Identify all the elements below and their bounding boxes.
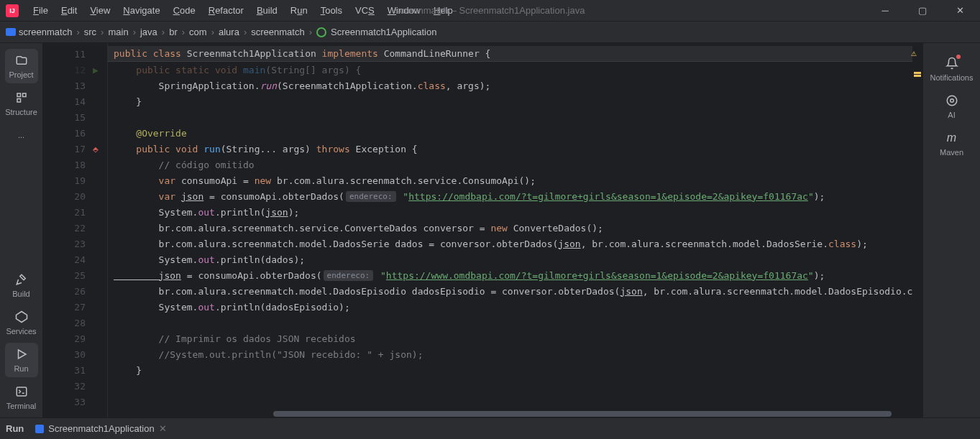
code-line <box>108 315 922 331</box>
line-num: 13 <box>43 78 107 93</box>
line-num: 11 <box>43 46 107 62</box>
line-num: 14 <box>43 93 107 109</box>
menu-file[interactable]: File <box>27 2 54 19</box>
sidebar-notifications[interactable]: Notifications <box>923 50 980 88</box>
code-line: } <box>108 93 922 109</box>
code-area[interactable]: ⚠ public class Screenmatch1Application i… <box>108 43 922 417</box>
line-num: 22 <box>43 220 107 236</box>
crumb-pkg[interactable]: screenmatch <box>251 27 304 37</box>
menu-vcs[interactable]: VCS <box>349 2 380 19</box>
svg-marker-4 <box>18 350 26 359</box>
line-num: 12▶ <box>43 62 107 78</box>
code-line: // código omitido <box>108 157 922 172</box>
menu-refactor[interactable]: Refactor <box>203 2 249 19</box>
h-scrollbar[interactable] <box>173 410 912 417</box>
crumb-alura[interactable]: alura <box>219 27 239 37</box>
menu-code[interactable]: Code <box>168 2 201 19</box>
code-line: br.com.alura.screenmatch.service.Convert… <box>108 220 922 236</box>
crumb-com[interactable]: com <box>189 27 207 37</box>
warning-icon[interactable]: ⚠ <box>911 47 917 58</box>
sidebar-label: AI <box>948 111 955 119</box>
crumb-sep: › <box>133 27 136 37</box>
scroll-strip[interactable] <box>912 43 922 417</box>
code-line <box>108 109 922 125</box>
sidebar-ai[interactable]: AI <box>923 88 980 125</box>
sidebar-services[interactable]: Services <box>5 305 38 340</box>
crumb-main[interactable]: main <box>108 27 128 37</box>
menu-tools[interactable]: Tools <box>315 2 348 19</box>
maximize-button[interactable]: ▢ <box>908 1 937 21</box>
sidebar-project[interactable]: Project <box>5 49 38 83</box>
editor-area[interactable]: 11 12▶ 13 14 15 16 17⬘ 18 19 20 21 22 23… <box>43 43 922 417</box>
play-icon <box>14 347 29 361</box>
override-gutter-icon[interactable]: ⬘ <box>93 144 103 154</box>
svg-point-7 <box>950 99 953 103</box>
app-icon: IJ <box>6 4 19 17</box>
code-line: br.com.alura.screenmatch.model.DadosEpis… <box>108 283 922 299</box>
svg-rect-1 <box>22 93 26 97</box>
close-button[interactable]: ✕ <box>945 1 974 21</box>
ai-icon <box>945 93 959 108</box>
window-title: screenmatch – Screenmatch1Application.ja… <box>395 5 585 16</box>
line-num: 20 <box>43 188 107 204</box>
sidebar-more[interactable]: ... <box>5 124 38 147</box>
menu-bar: File Edit View Navigate Code Refactor Bu… <box>27 2 459 19</box>
code-line: //System.out.println("JSON recebido: " +… <box>108 346 922 362</box>
scroll-mark[interactable] <box>914 72 921 74</box>
scroll-mark[interactable] <box>914 75 921 77</box>
bell-icon <box>945 56 959 70</box>
svg-rect-5 <box>17 387 27 396</box>
code-line: System.out.println(dados); <box>108 251 922 267</box>
bottom-tab[interactable]: Screenmatch1Application ✕ <box>35 423 166 434</box>
crumb-class[interactable]: Screenmatch1Application <box>316 27 436 37</box>
crumb-java[interactable]: java <box>140 27 157 37</box>
crumb-sep: › <box>76 27 79 37</box>
crumb-label: screenmatch <box>19 27 72 37</box>
terminal-icon <box>14 384 29 399</box>
h-scroll-thumb[interactable] <box>273 411 892 417</box>
svg-rect-0 <box>17 93 21 97</box>
gutter: 11 12▶ 13 14 15 16 17⬘ 18 19 20 21 22 23… <box>43 43 108 417</box>
sidebar-label: Build <box>12 290 29 298</box>
num: 12 <box>74 65 86 75</box>
line-num: 16 <box>43 125 107 141</box>
crumb-sep: › <box>101 27 104 37</box>
menu-build[interactable]: Build <box>251 2 283 19</box>
menu-view[interactable]: View <box>84 2 116 19</box>
line-num: 19 <box>43 172 107 188</box>
left-sidebar: Project Structure ... Build Services <box>0 43 43 417</box>
inlay-hint: endereco: <box>346 191 396 202</box>
code-line: // Imprimir os dados JSON recebidos <box>108 331 922 346</box>
sidebar-maven[interactable]: m Maven <box>923 125 980 162</box>
line-num: 28 <box>43 315 107 331</box>
run-gutter-icon[interactable]: ▶ <box>93 65 103 75</box>
menu-run[interactable]: Run <box>285 2 313 19</box>
menu-navigate[interactable]: Navigate <box>117 2 165 19</box>
sticky-line: public class Screenmatch1Application imp… <box>108 46 922 62</box>
crumb-class-label: Screenmatch1Application <box>331 27 436 37</box>
sidebar-build[interactable]: Build <box>5 268 38 302</box>
code-line: var consumoApi = new br.com.alura.screen… <box>108 172 922 188</box>
close-icon[interactable]: ✕ <box>159 423 167 434</box>
line-num: 27 <box>43 299 107 315</box>
num: 17 <box>74 144 86 154</box>
code-line: public void run(String... args) throws E… <box>108 141 922 157</box>
bottom-run-label[interactable]: Run <box>6 423 24 434</box>
line-num: 18 <box>43 157 107 172</box>
breadcrumb: screenmatch › src › main › java › br › c… <box>0 22 980 43</box>
svg-marker-3 <box>16 312 27 323</box>
line-num: 17⬘ <box>43 141 107 157</box>
sidebar-terminal[interactable]: Terminal <box>5 380 38 415</box>
crumb-src[interactable]: src <box>84 27 96 37</box>
sidebar-run[interactable]: Run <box>5 343 38 377</box>
line-num: 30 <box>43 346 107 362</box>
menu-edit[interactable]: Edit <box>55 2 83 19</box>
line-num: 31 <box>43 362 107 378</box>
crumb-root[interactable]: screenmatch <box>6 27 72 37</box>
minimize-button[interactable]: ─ <box>871 1 899 21</box>
crumb-br[interactable]: br <box>169 27 178 37</box>
code-line: @Override <box>108 125 922 141</box>
code-line <box>108 394 922 410</box>
sidebar-structure[interactable]: Structure <box>5 86 38 121</box>
services-icon <box>14 310 29 324</box>
